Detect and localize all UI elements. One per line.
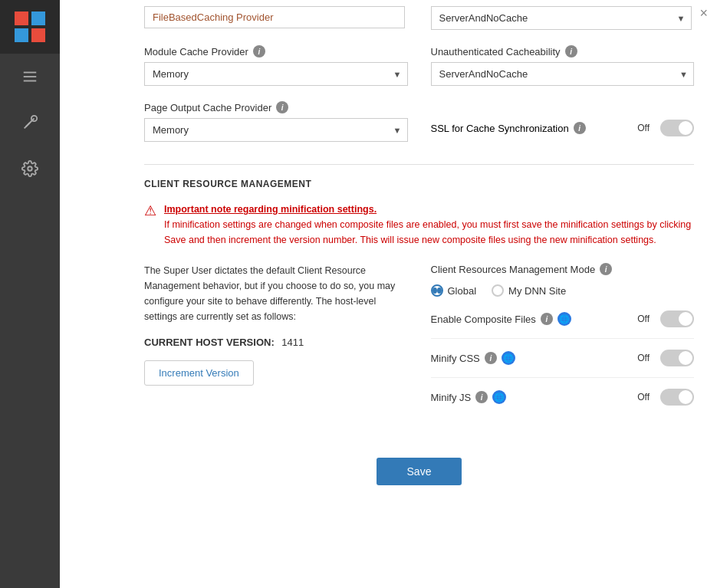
- ssl-label-group: SSL for Cache Synchronization i: [431, 122, 586, 134]
- current-version: CURRENT HOST VERSION: 1411: [144, 337, 408, 348]
- composite-files-label-text: Enable Composite Files: [431, 314, 536, 325]
- save-button[interactable]: Save: [377, 458, 462, 485]
- module-cache-info-icon[interactable]: i: [253, 45, 265, 57]
- warning-text: Important note regarding minification se…: [164, 202, 694, 248]
- unauth-cache-group: Unauthenticated Cacheability i ServerAnd…: [431, 45, 695, 86]
- dnn-logo: [13, 10, 47, 44]
- crm-right: Client Resources Management Mode i Globa…: [431, 263, 695, 427]
- minify-css-toggle[interactable]: [660, 350, 694, 366]
- crm-mode-info-icon[interactable]: i: [600, 263, 612, 275]
- crm-section: CLIENT RESOURCE MANAGEMENT ⚠ Important n…: [144, 179, 694, 427]
- faded-provider-input[interactable]: [144, 6, 405, 28]
- wrench-icon: [21, 114, 38, 131]
- composite-toggle-right: Off: [637, 310, 694, 327]
- minify-css-globe-icon[interactable]: 🌐: [502, 351, 515, 365]
- unauth-cache-label-text: Unauthenticated Cacheability: [431, 46, 561, 57]
- warning-box: ⚠ Important note regarding minification …: [144, 202, 694, 248]
- page-cache-info-icon[interactable]: i: [276, 101, 288, 113]
- composite-files-toggle[interactable]: [660, 310, 694, 327]
- svg-rect-1: [15, 11, 28, 25]
- cache-provider-row: Module Cache Provider i Memory FileBased…: [144, 45, 694, 86]
- radio-global-circle: [431, 284, 443, 297]
- crm-section-title: CLIENT RESOURCE MANAGEMENT: [144, 179, 694, 189]
- minify-js-toggle-status: Off: [637, 392, 650, 402]
- minify-css-label: Minify CSS i 🌐: [431, 351, 515, 365]
- ssl-cache-group: SSL for Cache Synchronization i Off: [431, 120, 695, 146]
- minify-css-row: Minify CSS i 🌐 Off: [431, 350, 695, 378]
- minify-css-toggle-status: Off: [637, 353, 650, 363]
- composite-toggle-status: Off: [637, 314, 650, 324]
- module-cache-group: Module Cache Provider i Memory FileBased…: [144, 45, 408, 86]
- version-label: CURRENT HOST VERSION:: [144, 337, 275, 348]
- top-faded-area: ServerAndNoCache ▼: [60, 0, 717, 38]
- minify-css-label-text: Minify CSS: [431, 353, 480, 364]
- ssl-toggle[interactable]: [660, 120, 694, 136]
- unauth-cache-label: Unauthenticated Cacheability i: [431, 45, 695, 57]
- composite-files-label: Enable Composite Files i 🌐: [431, 312, 571, 326]
- gear-icon: [21, 160, 38, 177]
- ssl-toggle-wrapper: Off: [637, 120, 694, 136]
- warning-title: Important note regarding minification se…: [164, 204, 377, 215]
- composite-files-info-icon[interactable]: i: [541, 313, 553, 325]
- sidebar-item-tools[interactable]: [0, 100, 60, 146]
- sidebar-item-menu[interactable]: [0, 54, 60, 100]
- radio-global-label: Global: [448, 285, 477, 297]
- minify-js-row: Minify JS i 🌐 Off: [431, 389, 695, 416]
- page-cache-select-wrapper: Memory FileBasedCaching Provider None ▼: [144, 118, 408, 142]
- page-output-cache-row: Page Output Cache Provider i Memory File…: [144, 101, 694, 146]
- section-divider: [144, 164, 694, 165]
- sidebar-item-settings[interactable]: [0, 146, 60, 192]
- main-content: × ServerAndNoCache ▼ Module Cache: [60, 0, 717, 588]
- unauth-cache-select[interactable]: ServerAndNoCache NoCache Public Private: [431, 62, 695, 86]
- radio-my-dnn-site[interactable]: My DNN Site: [492, 284, 566, 297]
- sidebar: [0, 0, 60, 588]
- radio-global[interactable]: Global: [431, 284, 477, 297]
- crm-layout: The Super User dictates the default Clie…: [144, 263, 694, 427]
- minify-js-label: Minify JS i 🌐: [431, 390, 507, 404]
- minify-js-globe-icon[interactable]: 🌐: [492, 390, 506, 404]
- content-area: Module Cache Provider i Memory FileBased…: [60, 38, 717, 508]
- ssl-info-icon[interactable]: i: [574, 122, 586, 134]
- crm-left: The Super User dictates the default Clie…: [144, 263, 408, 427]
- svg-rect-3: [15, 28, 28, 42]
- unauth-cache-info-icon[interactable]: i: [565, 45, 577, 57]
- radio-my-dnn-label: My DNN Site: [508, 285, 566, 297]
- radio-group: Global My DNN Site: [431, 284, 695, 297]
- ssl-label-text: SSL for Cache Synchronization: [431, 123, 569, 134]
- composite-files-globe-icon[interactable]: 🌐: [557, 312, 571, 326]
- module-cache-label-text: Module Cache Provider: [144, 46, 248, 57]
- svg-point-10: [28, 166, 32, 171]
- logo-area: [0, 0, 60, 54]
- module-cache-label: Module Cache Provider i: [144, 45, 408, 57]
- crm-mode-label-text: Client Resources Management Mode: [431, 264, 596, 275]
- radio-my-dnn-circle: [492, 284, 504, 297]
- minify-js-label-text: Minify JS: [431, 392, 472, 403]
- page-cache-select[interactable]: Memory FileBasedCaching Provider None: [144, 118, 408, 142]
- version-value: 1411: [281, 337, 304, 348]
- save-row: Save: [144, 450, 694, 485]
- close-button[interactable]: ×: [699, 6, 708, 20]
- ssl-toggle-status: Off: [637, 123, 650, 133]
- menu-lines-icon: [21, 68, 38, 85]
- page-cache-group: Page Output Cache Provider i Memory File…: [144, 101, 408, 142]
- minify-js-toggle-right: Off: [637, 389, 694, 406]
- minify-css-toggle-right: Off: [637, 350, 694, 366]
- minify-js-toggle[interactable]: [660, 389, 694, 406]
- minify-css-info-icon[interactable]: i: [485, 352, 497, 364]
- svg-rect-2: [31, 11, 45, 25]
- svg-line-9: [26, 119, 35, 127]
- warning-icon: ⚠: [144, 202, 156, 219]
- ssl-toggle-row: SSL for Cache Synchronization i Off: [431, 120, 695, 136]
- warning-body: If minification settings are changed whe…: [164, 219, 691, 245]
- crm-description: The Super User dictates the default Clie…: [144, 263, 408, 324]
- increment-version-button[interactable]: Increment Version: [144, 360, 254, 386]
- top-cache-select[interactable]: ServerAndNoCache: [431, 6, 692, 30]
- composite-files-row: Enable Composite Files i 🌐 Off: [431, 310, 695, 339]
- minify-js-info-icon[interactable]: i: [475, 391, 488, 403]
- page-cache-label: Page Output Cache Provider i: [144, 101, 408, 113]
- module-cache-select[interactable]: Memory FileBasedCaching Provider None: [144, 62, 408, 86]
- module-cache-select-wrapper: Memory FileBasedCaching Provider None ▼: [144, 62, 408, 86]
- unauth-cache-select-wrapper: ServerAndNoCache NoCache Public Private …: [431, 62, 695, 86]
- svg-rect-4: [31, 28, 45, 42]
- crm-mode-label: Client Resources Management Mode i: [431, 263, 695, 275]
